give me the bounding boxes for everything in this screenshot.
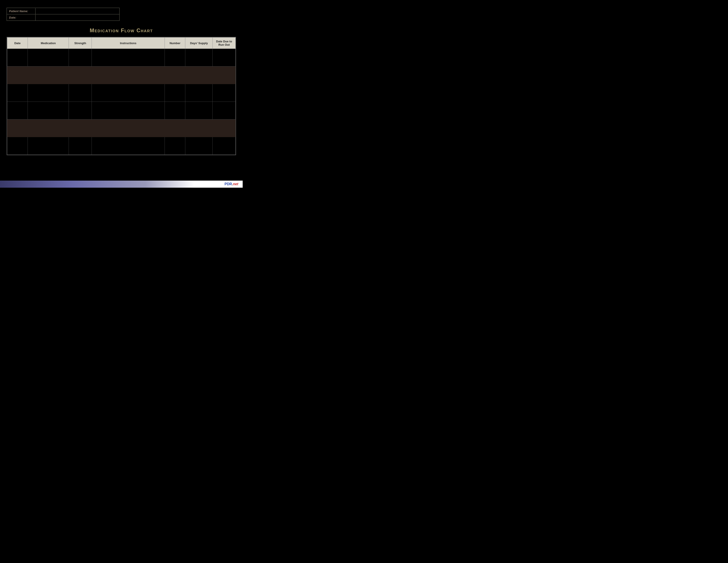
cell-medication-2: [28, 66, 69, 84]
cell-date-4: [7, 102, 28, 119]
cell-number-5: [165, 119, 185, 137]
table-row: [7, 66, 236, 84]
cell-date-run-out-1: [213, 49, 236, 66]
patient-info-box: Patient Name: Date:: [7, 8, 120, 21]
cell-date-run-out-2: [213, 66, 236, 84]
cell-instructions-3: [92, 84, 165, 102]
footer-bar: PDR . net: [0, 180, 243, 188]
cell-strength-6: [69, 137, 92, 155]
cell-date-1: [7, 49, 28, 66]
cell-days-supply-4: [185, 102, 213, 119]
cell-medication-4: [28, 102, 69, 119]
cell-date-run-out-6: [213, 137, 236, 155]
col-header-medication: Medication: [28, 38, 69, 49]
cell-instructions-4: [92, 102, 165, 119]
cell-days-supply-5: [185, 119, 213, 137]
cell-strength-1: [69, 49, 92, 66]
cell-date-3: [7, 84, 28, 102]
page-title: Medication Flow Chart: [4, 27, 238, 34]
table-header-row: Date Medication Strength Instructions Nu…: [7, 38, 236, 49]
patient-date-label: Date:: [7, 15, 36, 21]
cell-date-2: [7, 66, 28, 84]
medication-table: Date Medication Strength Instructions Nu…: [7, 37, 236, 155]
cell-strength-3: [69, 84, 92, 102]
patient-date-row: Date:: [7, 14, 119, 21]
cell-date-6: [7, 137, 28, 155]
cell-strength-5: [69, 119, 92, 137]
cell-number-2: [165, 66, 185, 84]
cell-number-3: [165, 84, 185, 102]
cell-medication-5: [28, 119, 69, 137]
col-header-date-run-out: Date Due to Run Out: [213, 38, 236, 49]
cell-date-5: [7, 119, 28, 137]
footer-net-text: net: [233, 182, 238, 186]
table-row: [7, 84, 236, 102]
patient-name-input[interactable]: [36, 8, 119, 14]
patient-name-label: Patient Name:: [7, 8, 36, 14]
cell-medication-1: [28, 49, 69, 66]
cell-date-run-out-5: [213, 119, 236, 137]
cell-strength-2: [69, 66, 92, 84]
chart-container: Date Medication Strength Instructions Nu…: [7, 37, 236, 155]
table-row: [7, 102, 236, 119]
col-header-strength: Strength: [69, 38, 92, 49]
table-row: [7, 49, 236, 66]
table-row: [7, 119, 236, 137]
cell-date-run-out-3: [213, 84, 236, 102]
cell-strength-4: [69, 102, 92, 119]
col-header-days-supply: Days’ Supply: [185, 38, 213, 49]
table-row: [7, 137, 236, 155]
patient-name-row: Patient Name:: [7, 8, 119, 14]
cell-instructions-2: [92, 66, 165, 84]
cell-days-supply-2: [185, 66, 213, 84]
cell-days-supply-1: [185, 49, 213, 66]
footer-pdr-text: PDR: [225, 182, 232, 186]
cell-days-supply-6: [185, 137, 213, 155]
col-header-instructions: Instructions: [92, 38, 165, 49]
col-header-date: Date: [7, 38, 28, 49]
cell-instructions-6: [92, 137, 165, 155]
cell-date-run-out-4: [213, 102, 236, 119]
col-header-number: Number: [165, 38, 185, 49]
cell-medication-6: [28, 137, 69, 155]
footer-pdr-logo: PDR . net: [225, 182, 238, 186]
cell-number-4: [165, 102, 185, 119]
cell-number-1: [165, 49, 185, 66]
cell-instructions-5: [92, 119, 165, 137]
patient-date-input[interactable]: [36, 14, 119, 21]
cell-medication-3: [28, 84, 69, 102]
cell-days-supply-3: [185, 84, 213, 102]
cell-number-6: [165, 137, 185, 155]
cell-instructions-1: [92, 49, 165, 66]
